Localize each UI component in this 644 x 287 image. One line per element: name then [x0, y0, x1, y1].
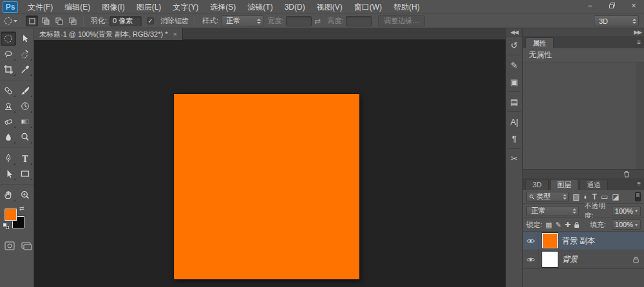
filter-toggle-switch[interactable] [635, 192, 641, 201]
style-dropdown[interactable]: 正常 [221, 15, 263, 26]
width-input[interactable] [286, 16, 312, 26]
new-selection-button[interactable] [26, 15, 38, 26]
properties-panel-menu-icon[interactable]: ≡ [637, 39, 641, 46]
visibility-toggle[interactable] [523, 250, 538, 269]
fill-label: 填充: [590, 220, 606, 230]
menu-edit[interactable]: 编辑(E) [59, 0, 96, 14]
hand-tool[interactable] [1, 188, 16, 202]
layer-thumbnail[interactable] [542, 233, 558, 248]
brush-presets-panel-icon[interactable]: ✎ [506, 57, 523, 73]
layer-thumbnail[interactable] [542, 252, 558, 267]
trash-icon[interactable] [623, 171, 630, 178]
healing-brush-tool[interactable] [1, 84, 16, 98]
separator [507, 55, 521, 55]
screen-mode-button[interactable] [21, 241, 32, 250]
menu-image[interactable]: 图像(I) [96, 0, 130, 14]
lock-transparent-pixels-icon[interactable]: ▦ [545, 221, 552, 228]
layer-row-background-copy[interactable]: 背景 副本 [523, 232, 644, 250]
close-button[interactable]: × [627, 1, 640, 10]
menu-3d[interactable]: 3D(D) [279, 0, 311, 14]
eraser-tool[interactable] [1, 115, 16, 129]
fill-dropdown[interactable]: 100% ▾ [612, 219, 641, 230]
restore-button[interactable] [605, 1, 618, 10]
elliptical-marquee-tool[interactable] [1, 32, 16, 46]
gradient-tool[interactable] [17, 115, 33, 129]
height-input[interactable] [346, 16, 372, 26]
intersect-selection-button[interactable] [66, 15, 79, 26]
canvas-document[interactable] [174, 94, 359, 279]
path-selection-tool[interactable] [1, 167, 16, 181]
tab-layers[interactable]: 图层 [550, 179, 578, 190]
lock-all-icon[interactable] [574, 221, 580, 228]
filter-shape-icon[interactable]: ▭ [601, 193, 608, 201]
tab-properties[interactable]: 属性 [526, 37, 554, 48]
character-panel-icon[interactable]: A| [506, 113, 523, 130]
workspace-switcher[interactable]: 3D [594, 15, 639, 26]
default-colors-icon[interactable] [3, 223, 8, 228]
feather-input[interactable] [109, 16, 142, 26]
foreground-color-swatch[interactable] [5, 208, 17, 221]
layer-comps-panel-icon[interactable]: ▤ [506, 93, 523, 110]
antialias-checkbox[interactable]: ✓ [147, 17, 154, 24]
layer-row-background[interactable]: 背景 [523, 250, 644, 269]
paragraph-panel-icon[interactable]: ¶ [506, 130, 523, 147]
screen-mode-icon [21, 241, 32, 250]
expand-dock-button[interactable]: ◀◀ [506, 28, 522, 37]
menu-help[interactable]: 帮助(H) [388, 0, 426, 14]
tool-preset-picker[interactable] [5, 17, 17, 24]
canvas-workspace[interactable] [34, 40, 506, 287]
document-tab-close-icon[interactable]: × [173, 30, 176, 38]
rectangle-tool[interactable] [17, 167, 33, 181]
layers-panel-menu-icon[interactable]: ≡ [637, 180, 641, 187]
type-tool[interactable] [17, 151, 33, 165]
clone-stamp-tool[interactable] [1, 99, 16, 113]
crop-tool[interactable] [1, 62, 16, 77]
layer-name[interactable]: 背景 [562, 254, 578, 265]
zoom-tool[interactable] [17, 188, 33, 202]
menu-select[interactable]: 选择(S) [204, 0, 242, 14]
history-brush-tool[interactable] [17, 99, 33, 113]
swap-colors-icon[interactable]: ⇄ [19, 205, 24, 212]
minimize-button[interactable]: − [583, 1, 596, 10]
collapse-dock-button[interactable]: ▶▶ [523, 28, 644, 37]
move-tool[interactable] [17, 32, 33, 46]
lasso-tool[interactable] [1, 47, 16, 61]
menu-layer[interactable]: 图层(L) [131, 0, 167, 14]
blend-mode-dropdown[interactable]: 正常 [526, 206, 579, 216]
visibility-toggle[interactable] [523, 232, 538, 250]
menu-view[interactable]: 视图(V) [311, 0, 348, 14]
refine-edge-button[interactable]: 调整边缘… [378, 15, 425, 26]
layer-name[interactable]: 背景 副本 [562, 236, 595, 246]
history-panel-icon[interactable]: ↺ [506, 37, 523, 53]
filter-type-layers-icon[interactable]: T [592, 193, 597, 201]
quick-selection-tool[interactable] [17, 47, 33, 61]
menu-file[interactable]: 文件(F) [22, 0, 59, 14]
clone-source-panel-icon[interactable]: ▣ [506, 73, 523, 90]
new-selection-icon [28, 17, 36, 25]
lock-image-pixels-icon[interactable]: ✎ [555, 221, 561, 228]
tab-channels[interactable]: 通道 [580, 179, 608, 190]
document-tab[interactable]: 未标题-1 @ 100%(背景 副本, RGB/32*) * × [34, 28, 183, 40]
menu-type[interactable]: 文字(Y) [167, 0, 204, 14]
blur-tool[interactable] [1, 130, 16, 144]
separator [507, 111, 521, 112]
pen-tool[interactable] [1, 151, 16, 165]
lock-position-icon[interactable]: ✚ [565, 221, 571, 228]
opacity-dropdown[interactable]: 100% ▾ [612, 206, 641, 216]
tool-presets-panel-icon[interactable]: ✂ [506, 150, 523, 167]
subtract-from-selection-button[interactable] [53, 15, 65, 26]
filter-type-dropdown[interactable]: 类型 [526, 192, 569, 202]
filter-smart-object-icon[interactable]: ◪ [612, 193, 619, 201]
tab-3d[interactable]: 3D [526, 179, 549, 190]
filter-image-icon[interactable]: ▨ [573, 193, 580, 201]
swap-dimensions-icon[interactable]: ⇄ [314, 17, 321, 26]
brush-tool[interactable] [17, 84, 33, 98]
subtract-selection-icon [55, 17, 63, 25]
dodge-tool[interactable] [17, 130, 33, 144]
add-to-selection-button[interactable] [39, 15, 52, 26]
quick-mask-button[interactable] [5, 241, 15, 250]
menu-filter[interactable]: 滤镜(T) [242, 0, 278, 14]
eyedropper-tool[interactable] [17, 62, 33, 77]
menu-window[interactable]: 窗口(W) [348, 0, 388, 14]
filter-adjustment-icon[interactable]: ◐ [583, 193, 588, 201]
